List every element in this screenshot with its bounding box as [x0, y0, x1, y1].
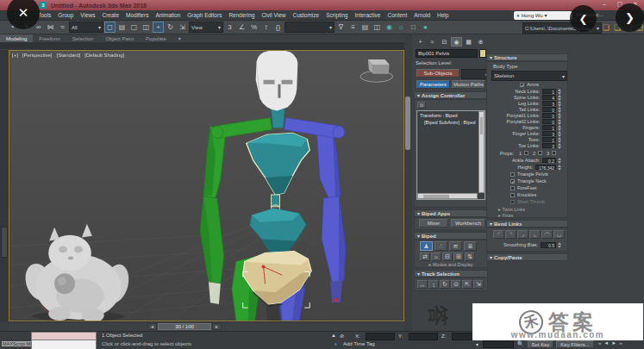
track-selection-rollout[interactable]: ▾ Track Selection: [414, 270, 488, 277]
height-field[interactable]: 176.342: [535, 165, 556, 170]
time-slider-handle[interactable]: 30 / 100: [158, 323, 211, 330]
controller-list-vscrollbar[interactable]: [478, 111, 485, 193]
menu-modifiers[interactable]: Modifiers: [122, 12, 152, 18]
smoothing-bias-spinner[interactable]: [557, 242, 561, 248]
viewport-layout-tab[interactable]: [1, 227, 8, 258]
footstep-mode-button[interactable]: ∴: [435, 241, 447, 251]
ribbon-tab-object-paint[interactable]: Object Paint: [99, 34, 140, 42]
body-rotation-button[interactable]: ↻: [440, 280, 450, 289]
percent-snap-icon[interactable]: %: [248, 22, 259, 33]
ribbon-minimize-icon[interactable]: ▾: [172, 34, 187, 42]
menu-content[interactable]: Content: [384, 12, 410, 18]
structure-rollout[interactable]: ▾ Structure: [486, 53, 568, 61]
convert-button[interactable]: ⇅: [465, 252, 475, 261]
save-file-button[interactable]: ⊞: [453, 252, 464, 261]
time-slider-next[interactable]: ►: [212, 323, 222, 330]
object-name-field[interactable]: Bip001 Pelvis: [416, 49, 478, 58]
move-all-mode-button[interactable]: ⇄: [420, 252, 430, 261]
zero-twist-button[interactable]: ◡: [553, 230, 565, 239]
material-editor-icon[interactable]: ◉: [384, 22, 395, 33]
mirror-icon[interactable]: ∇: [335, 22, 347, 33]
viewport-menu-standard[interactable]: [Standard]: [57, 53, 81, 58]
knuckles-checkbox[interactable]: [510, 193, 515, 197]
menu-rendering[interactable]: Rendering: [225, 12, 258, 18]
bend-links-rollout[interactable]: ▾ Bend Links: [486, 220, 568, 227]
mixer-button[interactable]: Mixer: [419, 219, 448, 227]
go-to-end-icon[interactable]: »: [619, 340, 622, 346]
bend-horizontal-button[interactable]: ◜: [493, 230, 504, 239]
ribbon-tab-freeform[interactable]: Freeform: [33, 34, 66, 42]
neck-links-spinner[interactable]: [557, 89, 561, 94]
motion-paths-button[interactable]: Motion Paths: [452, 80, 485, 89]
menu-arnold[interactable]: Arnold: [410, 12, 434, 18]
zoom-extents-icon[interactable]: 🔍: [517, 340, 524, 346]
menu-graph-editors[interactable]: Graph Editors: [184, 12, 225, 18]
fingers-spinner[interactable]: [557, 125, 561, 130]
mixer-mode-button[interactable]: ≣: [464, 241, 477, 251]
assign-controller-button[interactable]: ⊡: [417, 102, 426, 109]
neck-links-field[interactable]: 1: [542, 89, 556, 94]
select-and-move-icon[interactable]: +: [153, 22, 164, 33]
y-coord-field[interactable]: [409, 333, 438, 340]
spine-links-spinner[interactable]: [557, 95, 561, 100]
ponytail2-links-field[interactable]: 0: [542, 119, 556, 124]
selection-filter-dropdown[interactable]: All▾: [69, 22, 103, 33]
layer-manager-icon[interactable]: ▤: [360, 22, 371, 33]
ponytail2-links-spinner[interactable]: [557, 119, 561, 124]
menu-interactive[interactable]: Interactive: [351, 12, 384, 18]
menu-customize[interactable]: Customize: [289, 12, 322, 18]
ankle-attach-field[interactable]: 0.2: [542, 158, 556, 163]
sub-objects-button[interactable]: Sub-Objects: [416, 69, 460, 78]
biped-apps-rollout[interactable]: ▾ Biped Apps: [414, 209, 488, 217]
xtras-expander[interactable]: ▸ Xtras: [498, 213, 513, 218]
object-color-swatch[interactable]: [479, 49, 486, 58]
toe-links-spinner[interactable]: [557, 143, 561, 148]
copy-paste-rollout[interactable]: ▾ Copy/Paste: [486, 253, 568, 261]
assign-controller-rollout[interactable]: ▾ Assign Controller: [414, 91, 488, 99]
lightbox-prev-button[interactable]: ❮: [570, 5, 597, 32]
render-setup-icon[interactable]: ☼: [396, 22, 407, 33]
named-selection-sets-icon[interactable]: {}: [272, 22, 284, 33]
maxscript-listener-row[interactable]: [31, 340, 97, 349]
smooth-twist-button[interactable]: ◠: [541, 230, 553, 239]
controller-list[interactable]: Transform : Biped [Biped SubAnim] : Bipe…: [416, 110, 485, 200]
triangle-pelvis-checkbox[interactable]: [510, 172, 515, 177]
finger-links-spinner[interactable]: [557, 131, 561, 136]
isolate-selection-icon[interactable]: ▲: [331, 333, 336, 338]
menu-group[interactable]: Group: [54, 12, 77, 18]
snap-toggle-3d-icon[interactable]: 3: [224, 22, 235, 33]
add-time-tag[interactable]: Add Time Tag: [343, 341, 375, 346]
tail-links-field[interactable]: 0: [542, 107, 556, 112]
window-crossing-icon[interactable]: ◫: [141, 22, 152, 33]
biped-rollout[interactable]: ▾ Biped: [414, 232, 488, 240]
toe-links-field[interactable]: 3: [542, 143, 556, 148]
ribbon-tab-modeling[interactable]: Modeling: [0, 34, 33, 42]
x-coord-field[interactable]: [366, 333, 395, 340]
menu-civil-view[interactable]: Civil View: [258, 12, 289, 18]
menu-create[interactable]: Create: [99, 12, 123, 18]
select-and-rotate-icon[interactable]: ↻: [165, 22, 176, 33]
perspective-viewport[interactable]: [9, 50, 404, 321]
smoothing-bias-field[interactable]: 0.5: [541, 242, 556, 248]
chevron-down-icon[interactable]: ▾: [476, 341, 478, 347]
twist-button[interactable]: ◞: [517, 230, 528, 239]
twist-individual-button[interactable]: ◟: [529, 230, 541, 239]
triangle-neck-checkbox[interactable]: ✓: [510, 179, 515, 184]
load-file-button[interactable]: ⊟: [442, 252, 453, 261]
display-tab-icon[interactable]: ▦: [463, 37, 474, 47]
body-type-dropdown[interactable]: Skeleton ▾: [491, 71, 567, 81]
tail-links-spinner[interactable]: [557, 107, 561, 112]
go-to-start-icon[interactable]: «: [598, 340, 601, 346]
motion-tab-icon[interactable]: ◉: [451, 37, 462, 47]
menu-views[interactable]: Views: [77, 12, 98, 18]
ankle-attach-spinner[interactable]: [557, 158, 561, 163]
fingers-field[interactable]: 1: [542, 125, 556, 130]
folder-icon[interactable]: ❏: [601, 23, 611, 32]
time-slider-prev[interactable]: ◄: [147, 323, 157, 330]
twist-links-expander[interactable]: ▸ Twist Links: [498, 207, 525, 212]
select-object-icon[interactable]: ◻: [104, 22, 116, 33]
previous-frame-icon[interactable]: ◄: [603, 340, 609, 346]
unlink-selection-icon[interactable]: ⋈: [45, 22, 56, 33]
viewport-menu-shading[interactable]: [Default Shading]: [84, 53, 124, 58]
bend-vertical-button[interactable]: ◝: [505, 230, 516, 239]
